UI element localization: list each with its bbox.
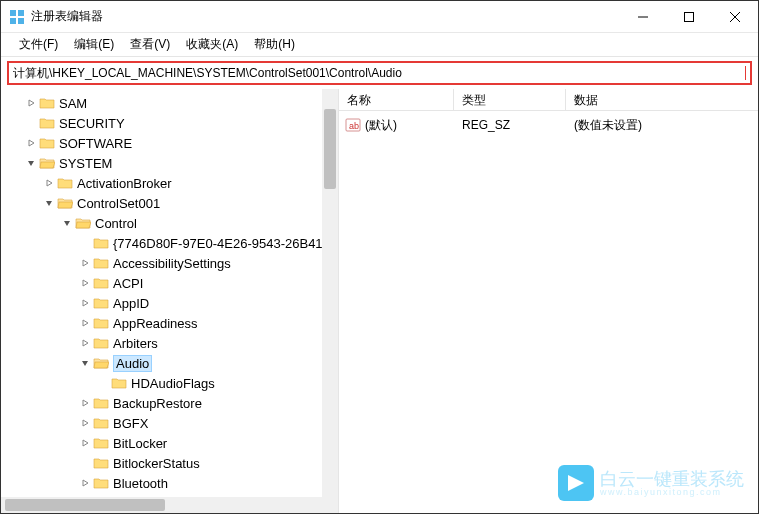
tree-node[interactable]: HDAudioFlags (1, 373, 338, 393)
tree-scrollbar-vertical[interactable] (322, 89, 338, 497)
chevron-right-icon[interactable] (43, 177, 55, 189)
tree-node-label: Bluetooth (113, 476, 168, 491)
chevron-right-icon[interactable] (79, 297, 91, 309)
expander-spacer (79, 237, 91, 249)
tree-node-label: BackupRestore (113, 396, 202, 411)
folder-icon (93, 396, 109, 410)
folder-open-icon (57, 196, 73, 210)
tree-node[interactable]: BGFX (1, 413, 338, 433)
folder-icon (93, 336, 109, 350)
column-type[interactable]: 类型 (454, 89, 566, 110)
value-row[interactable]: ab(默认)REG_SZ(数值未设置) (339, 115, 758, 135)
tree-node[interactable]: AppID (1, 293, 338, 313)
tree-node[interactable]: ACPI (1, 273, 338, 293)
tree-node[interactable]: Control (1, 213, 338, 233)
chevron-right-icon[interactable] (25, 137, 37, 149)
maximize-button[interactable] (666, 1, 712, 32)
scrollbar-thumb[interactable] (324, 109, 336, 189)
expander-spacer (97, 377, 109, 389)
tree-node[interactable]: BitlockerStatus (1, 453, 338, 473)
value-name: (默认) (365, 117, 397, 134)
folder-icon (39, 136, 55, 150)
svg-rect-3 (18, 18, 24, 24)
string-value-icon: ab (345, 117, 361, 133)
menu-view[interactable]: 查看(V) (122, 34, 178, 55)
menu-file[interactable]: 文件(F) (11, 34, 66, 55)
tree-node[interactable]: Arbiters (1, 333, 338, 353)
tree-node[interactable]: BitLocker (1, 433, 338, 453)
chevron-right-icon[interactable] (79, 257, 91, 269)
tree-node-label: AppID (113, 296, 149, 311)
text-cursor (745, 66, 746, 80)
folder-icon (93, 476, 109, 490)
chevron-right-icon[interactable] (79, 337, 91, 349)
folder-icon (93, 276, 109, 290)
chevron-down-icon[interactable] (61, 217, 73, 229)
tree-node[interactable]: SOFTWARE (1, 133, 338, 153)
svg-rect-2 (10, 18, 16, 24)
folder-icon (39, 96, 55, 110)
column-data[interactable]: 数据 (566, 89, 758, 110)
folder-icon (111, 376, 127, 390)
menu-favorites[interactable]: 收藏夹(A) (178, 34, 246, 55)
folder-icon (93, 256, 109, 270)
tree-node-label: SAM (59, 96, 87, 111)
content-area: SAMSECURITYSOFTWARESYSTEMActivationBroke… (1, 89, 758, 513)
tree-node[interactable]: SYSTEM (1, 153, 338, 173)
tree-node-label: ControlSet001 (77, 196, 160, 211)
address-bar[interactable]: 计算机\HKEY_LOCAL_MACHINE\SYSTEM\ControlSet… (7, 61, 752, 85)
tree-node[interactable]: BackupRestore (1, 393, 338, 413)
tree-node[interactable]: SAM (1, 93, 338, 113)
chevron-right-icon[interactable] (79, 397, 91, 409)
tree-node[interactable]: SECURITY (1, 113, 338, 133)
value-name-cell: ab(默认) (339, 117, 454, 134)
chevron-right-icon[interactable] (79, 317, 91, 329)
menubar: 文件(F) 编辑(E) 查看(V) 收藏夹(A) 帮助(H) (1, 33, 758, 57)
chevron-down-icon[interactable] (79, 357, 91, 369)
tree-node[interactable]: AppReadiness (1, 313, 338, 333)
tree-node-label: BitLocker (113, 436, 167, 451)
window-controls (620, 1, 758, 32)
chevron-right-icon[interactable] (79, 417, 91, 429)
column-name[interactable]: 名称 (339, 89, 454, 110)
folder-icon (93, 456, 109, 470)
folder-open-icon (75, 216, 91, 230)
tree-node[interactable]: {7746D80F-97E0-4E26-9543-26B41FC (1, 233, 338, 253)
svg-rect-0 (10, 10, 16, 16)
chevron-right-icon[interactable] (79, 437, 91, 449)
tree-node-label: AppReadiness (113, 316, 198, 331)
menu-edit[interactable]: 编辑(E) (66, 34, 122, 55)
tree-node[interactable]: ControlSet001 (1, 193, 338, 213)
chevron-right-icon[interactable] (79, 477, 91, 489)
chevron-right-icon[interactable] (25, 97, 37, 109)
tree-node-label: BitlockerStatus (113, 456, 200, 471)
menu-help[interactable]: 帮助(H) (246, 34, 303, 55)
registry-tree[interactable]: SAMSECURITYSOFTWARESYSTEMActivationBroke… (1, 93, 338, 513)
folder-icon (93, 416, 109, 430)
tree-node-label: Audio (113, 355, 152, 372)
titlebar: 注册表编辑器 (1, 1, 758, 33)
tree-node-label: {7746D80F-97E0-4E26-9543-26B41FC (113, 236, 339, 251)
tree-node-label: HDAudioFlags (131, 376, 215, 391)
tree-node[interactable]: Bluetooth (1, 473, 338, 493)
close-button[interactable] (712, 1, 758, 32)
scrollbar-thumb[interactable] (5, 499, 165, 511)
svg-text:ab: ab (349, 121, 359, 131)
tree-node-label: Control (95, 216, 137, 231)
app-icon (9, 9, 25, 25)
tree-node-label: SOFTWARE (59, 136, 132, 151)
values-body[interactable]: ab(默认)REG_SZ(数值未设置) (339, 111, 758, 135)
address-path: 计算机\HKEY_LOCAL_MACHINE\SYSTEM\ControlSet… (13, 65, 745, 82)
tree-node[interactable]: ActivationBroker (1, 173, 338, 193)
chevron-down-icon[interactable] (25, 157, 37, 169)
tree-scrollbar-horizontal[interactable] (1, 497, 322, 513)
value-type: REG_SZ (454, 118, 566, 132)
chevron-right-icon[interactable] (79, 277, 91, 289)
tree-node[interactable]: Audio (1, 353, 338, 373)
chevron-down-icon[interactable] (43, 197, 55, 209)
tree-node[interactable]: AccessibilitySettings (1, 253, 338, 273)
tree-node-label: SYSTEM (59, 156, 112, 171)
folder-icon (93, 236, 109, 250)
tree-node-label: ACPI (113, 276, 143, 291)
minimize-button[interactable] (620, 1, 666, 32)
